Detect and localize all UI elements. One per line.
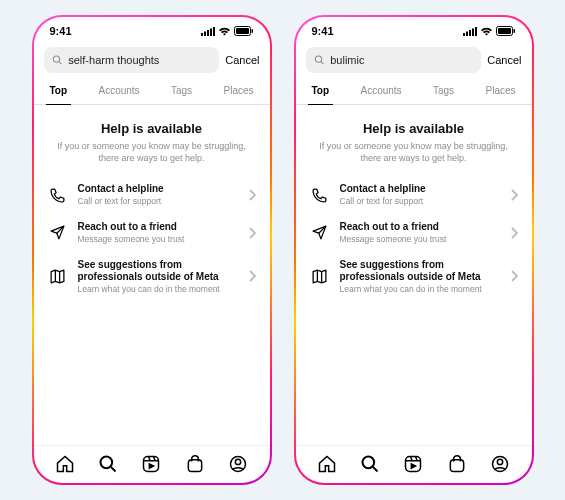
tab-top[interactable]: Top [48, 79, 70, 104]
status-bar: 9:41 [296, 17, 532, 41]
svg-line-31 [320, 61, 323, 64]
option-helpline[interactable]: Contact a helpline Call or text for supp… [40, 176, 264, 214]
svg-point-35 [363, 456, 375, 468]
nav-reels[interactable] [136, 454, 166, 474]
help-title: Help is available [52, 121, 252, 136]
signal-icon [201, 27, 215, 36]
help-title: Help is available [314, 121, 514, 136]
search-input[interactable] [330, 54, 473, 66]
svg-point-30 [315, 56, 321, 62]
search-box[interactable] [306, 47, 482, 73]
reels-icon [403, 454, 423, 474]
nav-shop[interactable] [442, 454, 472, 474]
option-sub: Call or text for support [340, 196, 500, 207]
tab-places[interactable]: Places [221, 79, 255, 104]
nav-home[interactable] [50, 454, 80, 474]
tab-tags[interactable]: Tags [169, 79, 194, 104]
search-icon [360, 454, 380, 474]
screen: 9:41 Cancel Top Accounts Tags Places Hel… [34, 17, 270, 483]
option-text: Reach out to a friend Message someone yo… [78, 221, 238, 245]
option-professionals[interactable]: See suggestions from professionals outsi… [40, 252, 264, 302]
svg-rect-0 [201, 33, 203, 36]
bottom-nav [34, 445, 270, 483]
help-subtitle: If you or someone you know may be strugg… [314, 140, 514, 164]
map-icon [48, 268, 68, 285]
help-subtitle: If you or someone you know may be strugg… [52, 140, 252, 164]
option-text: Contact a helpline Call or text for supp… [340, 183, 500, 207]
option-text: Reach out to a friend Message someone yo… [340, 221, 500, 245]
svg-point-21 [235, 459, 240, 464]
profile-icon [490, 454, 510, 474]
status-icons [463, 26, 516, 36]
option-title: Reach out to a friend [78, 221, 238, 233]
send-icon [310, 224, 330, 241]
option-professionals[interactable]: See suggestions from professionals outsi… [302, 252, 526, 302]
nav-home[interactable] [312, 454, 342, 474]
status-bar: 9:41 [34, 17, 270, 41]
nav-search[interactable] [355, 454, 385, 474]
nav-profile[interactable] [223, 454, 253, 474]
help-block: Help is available If you or someone you … [296, 105, 532, 172]
option-title: Reach out to a friend [340, 221, 500, 233]
status-icons [201, 26, 254, 36]
search-tabs: Top Accounts Tags Places [34, 79, 270, 105]
option-sub: Message someone you trust [340, 234, 500, 245]
home-icon [55, 454, 75, 474]
tab-top[interactable]: Top [310, 79, 332, 104]
svg-rect-26 [475, 27, 477, 36]
search-tabs: Top Accounts Tags Places [296, 79, 532, 105]
wifi-icon [480, 27, 493, 36]
help-block: Help is available If you or someone you … [34, 105, 270, 172]
nav-reels[interactable] [398, 454, 428, 474]
svg-rect-2 [207, 30, 209, 36]
svg-rect-7 [251, 29, 253, 33]
search-box[interactable] [44, 47, 220, 73]
svg-point-8 [53, 56, 59, 62]
option-title: Contact a helpline [78, 183, 238, 195]
svg-rect-3 [210, 28, 212, 36]
shop-icon [185, 454, 205, 474]
chevron-right-icon [510, 270, 518, 282]
cancel-button[interactable]: Cancel [487, 54, 521, 66]
battery-icon [496, 26, 516, 36]
svg-point-43 [497, 459, 502, 464]
svg-line-9 [58, 61, 61, 64]
profile-icon [228, 454, 248, 474]
chevron-right-icon [510, 227, 518, 239]
svg-rect-24 [469, 30, 471, 36]
chevron-right-icon [248, 270, 256, 282]
svg-rect-41 [450, 459, 463, 471]
home-icon [317, 454, 337, 474]
chevron-right-icon [248, 227, 256, 239]
phone-icon [310, 187, 330, 204]
nav-search[interactable] [93, 454, 123, 474]
tab-tags[interactable]: Tags [431, 79, 456, 104]
option-friend[interactable]: Reach out to a friend Message someone yo… [302, 214, 526, 252]
screen: 9:41 Cancel Top Accounts Tags Places Hel… [296, 17, 532, 483]
help-options: Contact a helpline Call or text for supp… [296, 172, 532, 301]
wifi-icon [218, 27, 231, 36]
chevron-right-icon [248, 189, 256, 201]
tab-places[interactable]: Places [483, 79, 517, 104]
svg-rect-4 [213, 27, 215, 36]
svg-line-14 [111, 466, 116, 471]
search-input[interactable] [68, 54, 211, 66]
search-row: Cancel [296, 41, 532, 79]
option-helpline[interactable]: Contact a helpline Call or text for supp… [302, 176, 526, 214]
cancel-button[interactable]: Cancel [225, 54, 259, 66]
search-icon [98, 454, 118, 474]
option-sub: Call or text for support [78, 196, 238, 207]
search-icon [52, 54, 63, 66]
status-time: 9:41 [312, 25, 334, 37]
option-friend[interactable]: Reach out to a friend Message someone yo… [40, 214, 264, 252]
nav-shop[interactable] [180, 454, 210, 474]
help-options: Contact a helpline Call or text for supp… [34, 172, 270, 301]
chevron-right-icon [510, 189, 518, 201]
tab-accounts[interactable]: Accounts [358, 79, 403, 104]
option-sub: Message someone you trust [78, 234, 238, 245]
tab-accounts[interactable]: Accounts [96, 79, 141, 104]
nav-profile[interactable] [485, 454, 515, 474]
option-sub: Learn what you can do in the moment [340, 284, 500, 295]
svg-rect-1 [204, 31, 206, 36]
search-row: Cancel [34, 41, 270, 79]
